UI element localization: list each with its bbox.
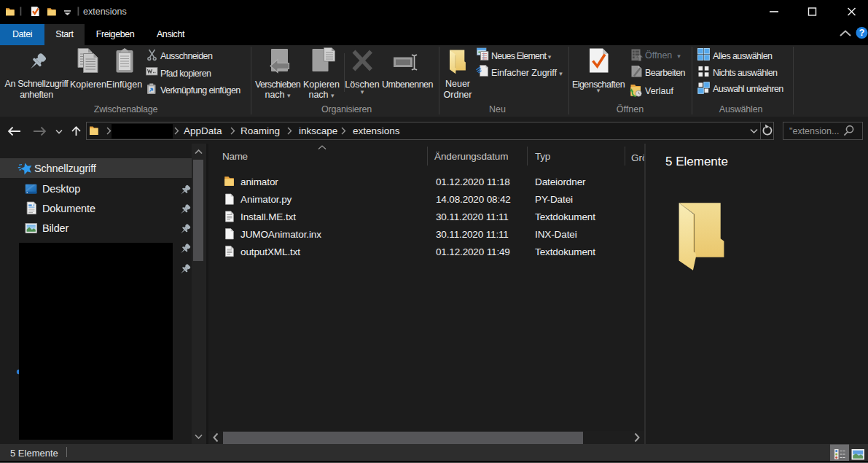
svg-text:?: ? <box>859 28 865 38</box>
